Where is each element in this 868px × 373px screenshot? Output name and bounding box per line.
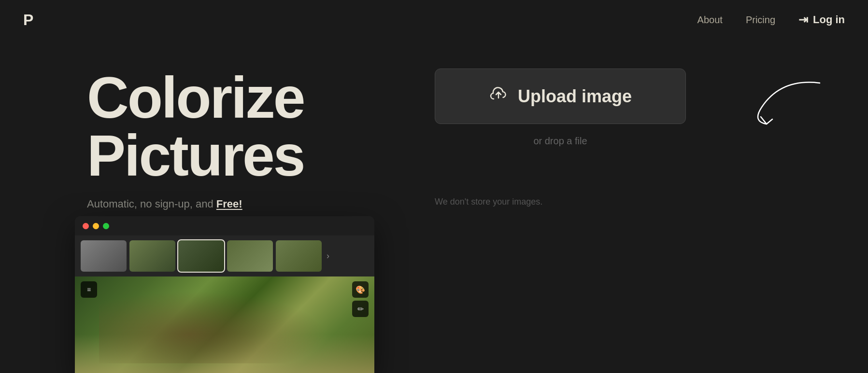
dot-red — [83, 223, 89, 229]
privacy-text: We don't store your images. — [435, 197, 542, 207]
thumbnail-next[interactable]: › — [325, 249, 331, 263]
left-section: Colorize Pictures Automatic, no sign-up,… — [0, 69, 396, 230]
login-icon: ⇥ — [798, 13, 808, 27]
upload-button[interactable]: Upload image — [435, 69, 686, 124]
drop-text: or drop a file — [435, 136, 686, 147]
app-titlebar — [75, 216, 374, 235]
app-main-view: ≡ 🎨 ✏ — [75, 276, 374, 373]
thumbnail-1[interactable] — [81, 240, 127, 272]
main-content: Colorize Pictures Automatic, no sign-up,… — [0, 40, 868, 373]
thumbnail-5[interactable] — [276, 240, 322, 272]
photo-colorized — [75, 276, 374, 373]
hero-title: Colorize Pictures — [87, 69, 377, 184]
upload-icon — [489, 84, 508, 108]
hero-title-line2: Pictures — [87, 123, 304, 188]
thumbnail-2[interactable] — [129, 240, 175, 272]
thumbnail-4[interactable] — [227, 240, 273, 272]
logo: P — [23, 11, 33, 29]
brush-button[interactable]: ✏ — [352, 301, 369, 317]
dot-yellow — [93, 223, 99, 229]
palette-button[interactable]: 🎨 — [352, 281, 369, 298]
nav-links: About Pricing ⇥ Log in — [697, 13, 845, 27]
right-section: Upload image or drop a file We don't sto… — [396, 69, 868, 207]
app-preview: › ≡ 🎨 ✏ — [75, 216, 374, 373]
hero-title-line1: Colorize — [87, 65, 304, 130]
nav-pricing[interactable]: Pricing — [746, 14, 775, 26]
dot-green — [103, 223, 109, 229]
thumbnail-3[interactable] — [178, 240, 224, 272]
app-thumbnails: › — [75, 235, 374, 276]
nav-about[interactable]: About — [697, 14, 723, 26]
login-button[interactable]: ⇥ Log in — [798, 13, 845, 27]
login-label: Log in — [813, 14, 845, 26]
hero-subtitle: Automatic, no sign-up, and Free! — [87, 198, 377, 210]
arrow-decoration — [742, 73, 829, 131]
toolbar-right: 🎨 ✏ — [352, 281, 369, 317]
navigation: P About Pricing ⇥ Log in — [0, 0, 868, 40]
subtitle-free: Free! — [216, 198, 242, 210]
upload-label: Upload image — [518, 86, 632, 107]
menu-button[interactable]: ≡ — [81, 281, 97, 298]
subtitle-text: Automatic, no sign-up, and — [87, 198, 216, 210]
